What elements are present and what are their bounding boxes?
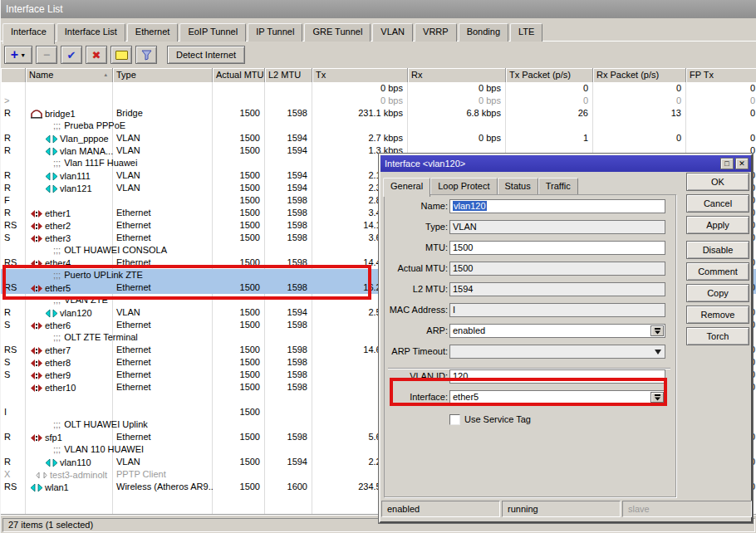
flag-cell: R [1, 456, 26, 468]
column-header-Tx[interactable]: Tx [312, 68, 408, 82]
dialog-tab-general[interactable]: General [383, 178, 430, 197]
mtu-field[interactable]: 1500 [449, 241, 665, 255]
column-header-Rx[interactable]: Rx [408, 68, 506, 82]
detect-internet-button[interactable]: Detect Internet [167, 46, 245, 64]
torch-button[interactable]: Torch [686, 327, 749, 345]
tab-ip-tunnel[interactable]: IP Tunnel [248, 23, 302, 42]
window-titlebar[interactable]: Interface List [1, 0, 756, 18]
vlan-interface-icon [46, 147, 57, 156]
ok-button[interactable]: OK [686, 173, 749, 191]
l2-mtu-cell: 1598 [265, 369, 312, 381]
table-row[interactable]: >0 bps0 bps000 [1, 95, 756, 107]
l2-mtu-cell: 1594 [265, 132, 312, 144]
remove-button[interactable]: Remove [686, 306, 749, 324]
column-header-flags[interactable] [1, 68, 26, 82]
actual-mtu-cell: 1500 [213, 169, 265, 182]
column-header-Type[interactable]: Type [113, 68, 213, 82]
filter-button[interactable] [135, 46, 157, 64]
vlan-id-field[interactable]: 120 [449, 369, 665, 384]
table-row[interactable]: RVlan_pppoeVLAN150015942.7 kbps0 bps100 [1, 132, 756, 144]
ethernet-interface-icon [31, 209, 42, 218]
arp-dropdown-button[interactable] [650, 325, 664, 336]
actual-mtu-label: Actual MTU: [385, 263, 448, 273]
arp-field[interactable]: enabled [449, 324, 665, 338]
dialog-tab-traffic[interactable]: Traffic [538, 178, 578, 194]
name-cell: ether7 [26, 344, 113, 356]
flag-cell: R [1, 132, 26, 144]
arp-timeout-label: ARP Timeout: [385, 346, 448, 356]
tab-lte[interactable]: LTE [510, 23, 542, 42]
actual-mtu-cell: 1500 [213, 194, 265, 207]
table-row[interactable]: 0 bps0 bps000 [1, 82, 756, 95]
table-row[interactable]: Rbridge1Bridge15001598231.1 kbps6.8 kbps… [1, 107, 756, 120]
ethernet-interface-icon [31, 259, 42, 268]
dialog-tab-status[interactable]: Status [498, 178, 538, 194]
arp-timeout-dropdown-arrow-icon[interactable] [655, 350, 661, 355]
tab-vrrp[interactable]: VRRP [415, 23, 457, 42]
column-header-L2 MTU[interactable]: L2 MTU [265, 68, 312, 82]
interface-name: vlan110 [60, 457, 91, 467]
close-icon[interactable]: ✕ [735, 158, 749, 169]
remove-button[interactable]: − [36, 46, 57, 64]
ethernet-interface-icon [31, 371, 42, 380]
enable-button[interactable]: ✔ [61, 46, 82, 64]
dialog-tab-loop-protect[interactable]: Loop Protect [430, 178, 497, 194]
mtu-label: MTU: [385, 242, 448, 252]
l2-mtu-cell: 1598 [265, 431, 312, 443]
interface-vlan120-dialog: Interface <vlan120> □ ✕ GeneralLoop Prot… [379, 154, 753, 523]
rx-cell: 0 bps [408, 95, 506, 107]
comment-button[interactable]: Comment [686, 262, 749, 281]
l2-mtu-row: L2 MTU:1594 [385, 282, 675, 296]
apply-button[interactable]: Apply [686, 216, 749, 234]
column-header-Rx Packet (p/s)[interactable]: Rx Packet (p/s) [593, 68, 686, 82]
column-header-Tx Packet (p/s)[interactable]: Tx Packet (p/s) [506, 68, 593, 82]
interface-name: bridge1 [45, 109, 76, 119]
arp-timeout-field[interactable] [449, 345, 665, 359]
l2-mtu-label: L2 MTU: [385, 284, 448, 294]
add-button[interactable]: +▼ [4, 46, 32, 64]
name-cell: vlan121 [26, 182, 113, 194]
l2-mtu-cell: 1598 [265, 232, 312, 244]
interface-name: vlan120 [60, 308, 92, 318]
status-slave: slave [622, 501, 752, 517]
tab-gre-tunnel[interactable]: GRE Tunnel [304, 23, 371, 42]
vlan-id-label: VLAN ID: [385, 371, 448, 381]
tab-bonding[interactable]: Bonding [459, 23, 508, 42]
name-cell: ether9 [26, 369, 113, 381]
type-cell: PPTP Client [113, 468, 213, 481]
disable-button[interactable]: ✖ [86, 46, 107, 64]
interface-dropdown-button[interactable] [650, 392, 664, 403]
comment-row[interactable]: ;;;Prueba PPPoE [1, 120, 756, 132]
flag-cell: > [1, 95, 26, 107]
comment-prefix: ;;; [53, 332, 61, 342]
disable-button[interactable]: Disable [686, 241, 749, 259]
restore-icon[interactable]: □ [720, 158, 734, 169]
actual-mtu-cell: 1500 [213, 232, 265, 244]
column-header-Name[interactable]: Name▴ [26, 68, 113, 82]
comment-button[interactable] [110, 46, 132, 64]
tab-interface[interactable]: Interface [2, 23, 55, 44]
bridge-interface-icon [31, 110, 42, 119]
name-field[interactable]: vlan120 [449, 199, 665, 213]
column-header-FP Tx[interactable]: FP Tx [686, 68, 756, 82]
column-header-Actual MTU[interactable]: Actual MTU [213, 68, 265, 82]
comment-prefix: ;;; [53, 120, 61, 130]
tab-vlan[interactable]: VLAN [372, 23, 413, 42]
copy-button[interactable]: Copy [686, 284, 749, 302]
flag-cell: RS [1, 219, 26, 232]
use-service-tag-checkbox[interactable] [449, 414, 460, 425]
type-cell: VLAN [113, 456, 213, 468]
fp-tx-cell: 0 [686, 82, 756, 95]
arp-timeout-row: ARP Timeout: [385, 345, 675, 359]
interface-row: Interface:ether5 [385, 390, 675, 404]
dialog-titlebar[interactable]: Interface <vlan120> □ ✕ [380, 155, 751, 172]
l2-mtu-cell: 1594 [265, 306, 312, 319]
cancel-button[interactable]: Cancel [686, 194, 749, 213]
comment-prefix: ;;; [53, 295, 61, 305]
tab-eoip-tunnel[interactable]: EoIP Tunnel [179, 23, 246, 42]
type-field: VLAN [449, 220, 665, 234]
tab-ethernet[interactable]: Ethernet [127, 23, 179, 42]
tab-interface-list[interactable]: Interface List [56, 23, 125, 42]
interface-label: Interface: [385, 392, 448, 402]
interface-field[interactable]: ether5 [449, 390, 665, 404]
